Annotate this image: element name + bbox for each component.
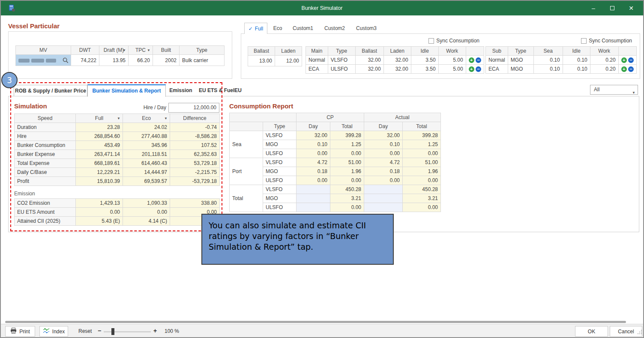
emission-row: Attained CII (2025)5.43 (E)4.14 (C) <box>15 217 220 226</box>
vessel-table: MV DWT Draft (M)▼ TPC▼ Built Type 74,222… <box>15 45 225 66</box>
cons-row: Port VLSFO 4.72 51.00 4.72 51.00 <box>230 158 441 167</box>
dropdown-icon[interactable]: ▼ <box>117 117 120 120</box>
sync-consumption-main[interactable]: Sync Consumption <box>428 38 479 44</box>
tab-custom2[interactable]: Custom2 <box>322 23 347 34</box>
dropdown-icon[interactable]: ▼ <box>123 48 126 52</box>
dropdown-icon[interactable]: ▼ <box>147 48 150 52</box>
sim-col-speed: Speed <box>15 114 76 123</box>
tab-emission[interactable]: Emission <box>167 85 195 96</box>
add-icon[interactable]: + <box>469 57 474 63</box>
sub-row-eca: ECA MGO 0.10 0.10 0.20 + − <box>486 65 637 74</box>
main-col-idle: Idle <box>411 47 438 56</box>
close-button[interactable]: ✕ <box>622 1 641 15</box>
add-icon[interactable]: + <box>621 57 627 63</box>
main-row-normal: Normal VLSFO 32.00 32.00 3.50 5.00 + − <box>306 56 484 65</box>
search-icon[interactable] <box>63 57 69 65</box>
callout-tooltip: You can also simulate and estimate CII r… <box>201 214 394 265</box>
callout-step-badge: 3 <box>1 72 18 88</box>
sim-row: Daily C/Base12,229.2114,444.97-2,215.75 <box>15 168 220 177</box>
window-title: Bunker Simulator <box>1 1 643 15</box>
sim-col-eco[interactable]: Eco▼ <box>123 114 170 123</box>
vessel-col-tpc[interactable]: TPC▼ <box>129 46 153 55</box>
tab-rob-supply-bunker-price[interactable]: ROB & Supply / Bunker Price <box>14 85 87 96</box>
vessel-tpc-value: 66.20 <box>129 55 153 66</box>
sub-col-actions <box>618 47 636 56</box>
main-col-type: Type <box>328 47 355 56</box>
zoom-in-plus[interactable]: + <box>153 327 157 334</box>
checkbox-icon[interactable] <box>581 38 587 44</box>
vessel-col-dwt: DWT <box>71 46 99 55</box>
main-col-work: Work <box>438 47 466 56</box>
add-icon[interactable]: + <box>469 66 474 72</box>
main-col-ballast: Ballast <box>355 47 383 56</box>
index-button[interactable]: Index <box>39 326 68 337</box>
remove-icon[interactable]: − <box>476 66 481 72</box>
filter-dropdown[interactable]: All ▼ <box>590 85 638 95</box>
cons-col-cp-total: Total <box>330 122 364 131</box>
tab-custom1[interactable]: Custom1 <box>291 23 315 34</box>
dropdown-icon[interactable]: ▼ <box>164 117 168 120</box>
sub-col-sea: Sea <box>533 47 563 56</box>
cons-col-act-total: Total <box>403 122 441 131</box>
maximize-button[interactable] <box>603 1 622 15</box>
vessel-type-value: Bulk carrier <box>180 55 225 66</box>
vessel-name-cell[interactable] <box>16 55 71 66</box>
sim-row: Bunker Expense263,471.14201,118.5162,352… <box>15 150 220 159</box>
add-icon[interactable]: + <box>621 66 627 72</box>
ok-button[interactable]: OK <box>575 326 608 337</box>
remove-icon[interactable]: − <box>628 66 634 72</box>
tab-eu-ets-fueleu[interactable]: EU ETS & FuelEU <box>198 85 243 96</box>
cons-col-act-day: Day <box>364 122 403 131</box>
zoom-out-minus[interactable]: − <box>98 327 101 334</box>
sim-col-full[interactable]: Full▼ <box>76 114 123 123</box>
vessel-col-built: Built <box>153 46 180 55</box>
cons-row: Sea VLSFO 32.00 399.28 32.00 399.28 <box>230 131 441 140</box>
simulation-heading: Simulation <box>14 102 47 110</box>
reset-label[interactable]: Reset <box>78 328 92 334</box>
tab-eco[interactable]: Eco <box>269 23 286 34</box>
sim-row: Duration23.2824.02-0.74 <box>15 123 220 132</box>
main-col-actions <box>466 47 484 56</box>
titlebar: Bunker Simulator – ✕ <box>1 1 643 15</box>
sub-row-normal: Normal MGO 0.10 0.10 0.20 + − <box>486 56 637 65</box>
vessel-particular-heading: Vessel Particular <box>8 22 60 30</box>
emission-row: EU ETS Amount0.000.000.00 <box>15 208 220 217</box>
remove-icon[interactable]: − <box>476 57 481 63</box>
zoom-percentage: 100 % <box>165 328 179 334</box>
tab-bunker-simulation-report[interactable]: Bunker Simulation & Report <box>87 84 166 97</box>
resize-grip[interactable] <box>637 329 642 336</box>
horizontal-scrollbar-thumb[interactable] <box>5 321 626 323</box>
speed-ballast-value[interactable]: 13.00 <box>248 56 275 66</box>
check-icon: ✓ <box>249 26 253 32</box>
consumption-report-heading: Consumption Report <box>229 102 293 110</box>
cons-colgroup-actual: Actual <box>364 113 441 122</box>
hire-per-day-input[interactable]: 12,000.00 <box>168 103 219 113</box>
checkbox-icon[interactable] <box>428 38 434 44</box>
zoom-slider-handle[interactable] <box>111 328 114 335</box>
zoom-slider-track[interactable] <box>104 331 151 332</box>
sub-col-work: Work <box>590 47 618 56</box>
main-row-eca: ECA ULSFO 32.00 32.00 3.50 5.00 + − <box>306 65 484 74</box>
minimize-button[interactable]: – <box>584 1 603 15</box>
cons-row: Total VLSFO 450.28 450.28 <box>230 185 441 194</box>
index-chart-icon <box>43 328 50 335</box>
sub-col-sub: Sub <box>486 47 508 56</box>
simulation-table: Speed Full▼ Eco▼ Difference Duration23.2… <box>14 114 220 186</box>
main-col-laden: Laden <box>383 47 411 56</box>
speed-laden-value[interactable]: 12.00 <box>275 56 302 66</box>
sync-consumption-sub[interactable]: Sync Consumption <box>581 38 632 44</box>
remove-icon[interactable]: − <box>628 57 634 63</box>
tab-custom3[interactable]: Custom3 <box>354 23 379 34</box>
tab-full[interactable]: ✓Full <box>244 23 267 34</box>
print-button[interactable]: Print <box>5 326 35 337</box>
sub-col-idle: Idle <box>563 47 590 56</box>
speed-col-laden: Laden <box>275 47 302 56</box>
vessel-col-mv: MV <box>16 46 71 55</box>
cons-col-blank <box>230 113 297 122</box>
bunker-simulator-window: Bunker Simulator – ✕ Vessel Particular M… <box>0 0 644 338</box>
vessel-particular-card: MV DWT Draft (M)▼ TPC▼ Built Type 74,222… <box>8 31 232 79</box>
vessel-col-draft[interactable]: Draft (M)▼ <box>99 46 129 55</box>
emission-row: CO2 Emission1,429.131,090.33338.80 <box>15 199 220 208</box>
cons-col-type: Type <box>263 122 297 131</box>
maximize-icon <box>610 6 614 10</box>
